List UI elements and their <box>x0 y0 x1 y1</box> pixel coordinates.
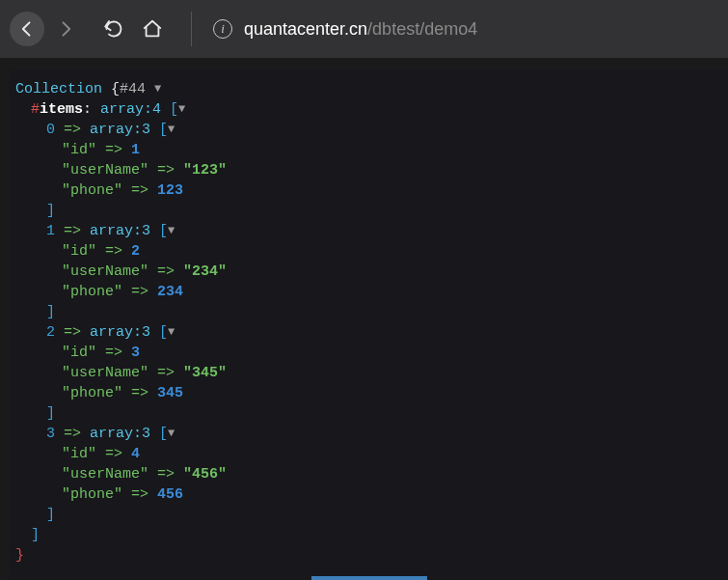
field-value: "234" <box>183 263 227 280</box>
collapse-toggle-icon[interactable]: ▼ <box>168 322 175 343</box>
dump-header-line: Collection {#44 ▼ <box>15 79 722 99</box>
forward-button[interactable] <box>48 12 83 46</box>
url-text: quantacenter.cn/dbtest/demo4 <box>244 19 477 40</box>
arrow-icon: => <box>157 162 175 179</box>
record-index: 0 <box>46 122 55 138</box>
field-line: "id" => 2 <box>15 241 722 262</box>
arrow-left-icon <box>17 19 37 39</box>
record-close-line: ] <box>15 302 722 322</box>
arrow-icon: => <box>64 324 81 341</box>
arrow-icon: => <box>64 426 81 442</box>
field-key: "userName" <box>62 162 148 179</box>
field-value: "345" <box>183 365 227 381</box>
field-value: "456" <box>183 466 227 483</box>
field-key: "id" <box>62 446 96 462</box>
field-value: 4 <box>131 446 140 462</box>
field-value: 3 <box>131 345 140 361</box>
field-line: "id" => 1 <box>15 140 722 160</box>
collapse-toggle-icon[interactable]: ▼ <box>168 120 175 140</box>
field-line: "userName" => "345" <box>15 363 722 383</box>
field-line: "id" => 4 <box>15 444 722 464</box>
record-header-line: 3 => array:3 [▼ <box>15 424 722 444</box>
field-line: "userName" => "456" <box>15 464 722 484</box>
reload-button[interactable] <box>96 12 131 46</box>
field-key: "phone" <box>62 385 122 401</box>
arrow-icon: => <box>64 122 81 138</box>
field-key: "phone" <box>62 284 122 300</box>
url-host: quantacenter.cn <box>244 19 367 39</box>
items-array-label: array:4 <box>100 101 161 118</box>
items-close-line: ] <box>15 525 722 545</box>
collapse-toggle-icon[interactable]: ▼ <box>154 79 161 99</box>
var-dump-output: Collection {#44 ▼#items: array:4 [▼0 => … <box>10 69 728 580</box>
record-index: 2 <box>46 324 55 341</box>
field-line: "id" => 3 <box>15 343 722 363</box>
arrow-icon: => <box>131 385 148 401</box>
collapse-toggle-icon[interactable]: ▼ <box>168 221 175 241</box>
open-brace: { <box>111 81 120 97</box>
reload-icon <box>104 19 123 39</box>
dump-close-line: } <box>15 545 722 566</box>
collapse-toggle-icon[interactable]: ▼ <box>168 424 175 444</box>
home-button[interactable] <box>135 12 170 46</box>
arrow-icon: => <box>131 486 148 503</box>
field-line: "userName" => "123" <box>15 160 722 180</box>
arrow-icon: => <box>64 223 81 239</box>
field-key: "userName" <box>62 263 148 280</box>
close-bracket: ] <box>46 304 55 320</box>
field-value: 1 <box>131 142 140 158</box>
field-value: 2 <box>131 243 140 260</box>
field-value: 234 <box>157 284 183 300</box>
field-key: "id" <box>62 243 96 260</box>
scrollbar-horizontal[interactable] <box>311 576 427 580</box>
field-key: "phone" <box>62 182 122 199</box>
record-array-label: array:3 <box>90 426 150 442</box>
arrow-icon: => <box>157 263 175 280</box>
page-content: Collection {#44 ▼#items: array:4 [▼0 => … <box>10 69 728 580</box>
collapse-toggle-icon[interactable]: ▼ <box>178 99 185 120</box>
record-close-line: ] <box>15 505 722 525</box>
items-property: items <box>40 101 83 118</box>
record-close-line: ] <box>15 403 722 424</box>
close-bracket: ] <box>31 527 40 543</box>
arrow-icon: => <box>105 446 122 462</box>
record-header-line: 1 => array:3 [▼ <box>15 221 722 241</box>
record-header-line: 2 => array:3 [▼ <box>15 322 722 343</box>
close-bracket: ] <box>46 405 55 422</box>
field-line: "phone" => 234 <box>15 282 722 302</box>
close-bracket: ] <box>46 203 55 219</box>
url-path: /dbtest/demo4 <box>367 19 477 39</box>
field-key: "id" <box>62 142 96 158</box>
record-index: 3 <box>46 426 55 442</box>
site-info-icon[interactable]: i <box>213 19 232 39</box>
close-brace: } <box>15 547 24 564</box>
back-button[interactable] <box>10 12 44 46</box>
arrow-icon: => <box>105 345 122 361</box>
arrow-icon: => <box>105 243 122 260</box>
arrow-icon: => <box>157 365 175 381</box>
url-bar[interactable]: i quantacenter.cn/dbtest/demo4 <box>196 0 718 58</box>
field-value: "123" <box>183 162 227 179</box>
arrow-icon: => <box>157 466 175 483</box>
browser-toolbar: i quantacenter.cn/dbtest/demo4 <box>0 0 728 58</box>
home-icon <box>142 18 163 40</box>
field-line: "phone" => 123 <box>15 180 722 201</box>
record-array-label: array:3 <box>90 122 150 138</box>
record-close-line: ] <box>15 201 722 221</box>
object-id: #44 <box>120 81 146 97</box>
arrow-right-icon <box>56 19 75 39</box>
record-array-label: array:3 <box>90 223 150 239</box>
field-value: 345 <box>157 385 183 401</box>
arrow-icon: => <box>105 142 122 158</box>
close-bracket: ] <box>46 507 55 523</box>
field-line: "userName" => "234" <box>15 262 722 282</box>
field-key: "phone" <box>62 486 122 503</box>
arrow-icon: => <box>131 182 148 199</box>
field-value: 123 <box>157 182 183 199</box>
record-index: 1 <box>46 223 55 239</box>
record-array-label: array:3 <box>90 324 150 341</box>
field-line: "phone" => 456 <box>15 484 722 505</box>
field-value: 456 <box>157 486 183 503</box>
record-header-line: 0 => array:3 [▼ <box>15 120 722 140</box>
field-key: "userName" <box>62 365 148 381</box>
